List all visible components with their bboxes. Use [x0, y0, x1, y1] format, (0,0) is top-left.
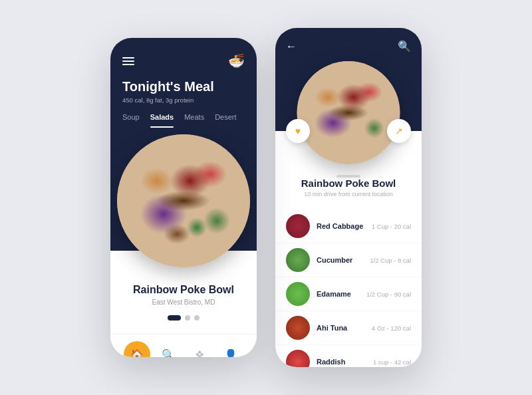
ingredient-name: Ahi Tuna [317, 324, 372, 332]
like-button[interactable]: ♥ [286, 119, 310, 143]
right-phone-header: ← 🔍 ♥ ↗ [275, 28, 422, 131]
food-image-section [110, 128, 257, 251]
ingredient-name: Red Cabbage [317, 222, 372, 230]
profile-nav-button[interactable]: 👤 [217, 341, 244, 357]
dish-name-left: Rainbow Poke Bowl [133, 284, 234, 296]
list-item: Cucumber1/2 Cup - 8 cal [275, 243, 422, 277]
left-phone-header: 🍜 Tonight's Meal 450 cal, 8g fat, 3g pro… [110, 38, 257, 128]
meal-subtitle: 450 cal, 8g fat, 3g protein [122, 96, 245, 104]
dish-location: 10 min drive from current location [286, 191, 411, 198]
explore-nav-button[interactable]: ❖ [186, 341, 213, 357]
ingredient-amount: 1 Cup - 20 cal [372, 223, 411, 230]
ingredient-icon [286, 282, 310, 306]
ingredients-list: Red Cabbage1 Cup - 20 calCucumber1/2 Cup… [275, 207, 422, 367]
list-item: Red Cabbage1 Cup - 20 cal [275, 209, 422, 243]
tab-soup[interactable]: Soup [122, 113, 140, 128]
tab-meats[interactable]: Meats [184, 113, 204, 128]
top-bar: 🍜 [122, 53, 245, 70]
ingredient-name: Edamame [317, 290, 366, 298]
ingredient-amount: 1 cup - 42 cal [373, 358, 411, 366]
list-item: Raddish1 cup - 42 cal [275, 345, 422, 367]
dot-3 [194, 315, 200, 321]
bowl-icon: 🍜 [227, 53, 245, 70]
dish-restaurant: East West Bistro, MD [152, 299, 215, 306]
plate-food-decoration [117, 134, 250, 267]
meal-title: Tonight's Meal [122, 79, 245, 94]
category-tabs: Soup Salads Meats Desert [122, 113, 245, 128]
ingredient-amount: 1/2 Cup - 8 cal [370, 257, 411, 264]
bottom-navigation: 🏠 🔍 ❖ 👤 [110, 334, 257, 357]
ingredient-icon [286, 316, 310, 340]
left-phone: 🍜 Tonight's Meal 450 cal, 8g fat, 3g pro… [110, 38, 257, 357]
food-plate-right [297, 61, 400, 164]
phones-container: 🍜 Tonight's Meal 450 cal, 8g fat, 3g pro… [110, 28, 422, 367]
menu-icon[interactable] [122, 57, 134, 65]
carousel-dots [168, 315, 200, 321]
ingredient-icon [286, 214, 310, 238]
right-phone: ← 🔍 ♥ ↗ Rainbow Poke Bowl 10 min drive f… [275, 28, 422, 367]
list-item: Ahi Tuna4 Oz - 120 cal [275, 311, 422, 345]
share-button[interactable]: ↗ [387, 119, 411, 143]
ingredient-icon [286, 350, 310, 367]
tab-salads[interactable]: Salads [150, 113, 174, 128]
dish-name-right: Rainbow Poke Bowl [286, 178, 411, 189]
home-nav-button[interactable]: 🏠 [124, 341, 150, 357]
tab-desert[interactable]: Desert [215, 113, 236, 128]
ingredient-name: Cucumber [317, 256, 370, 264]
ingredient-amount: 1/2 Cup - 90 cal [366, 291, 411, 298]
right-top-bar: ← 🔍 [275, 28, 422, 53]
food-plate-left [117, 134, 250, 267]
list-item: Edamame1/2 Cup - 90 cal [275, 277, 422, 311]
ingredient-amount: 4 Oz - 120 cal [372, 325, 411, 332]
dot-2 [185, 315, 190, 321]
dot-1 [168, 315, 181, 321]
ingredient-name: Raddish [317, 358, 373, 366]
ingredient-icon [286, 248, 310, 272]
search-nav-button[interactable]: 🔍 [155, 341, 182, 357]
back-button[interactable]: ← [286, 41, 297, 53]
plate-food-right-decoration [297, 61, 400, 164]
search-icon[interactable]: 🔍 [398, 40, 411, 53]
